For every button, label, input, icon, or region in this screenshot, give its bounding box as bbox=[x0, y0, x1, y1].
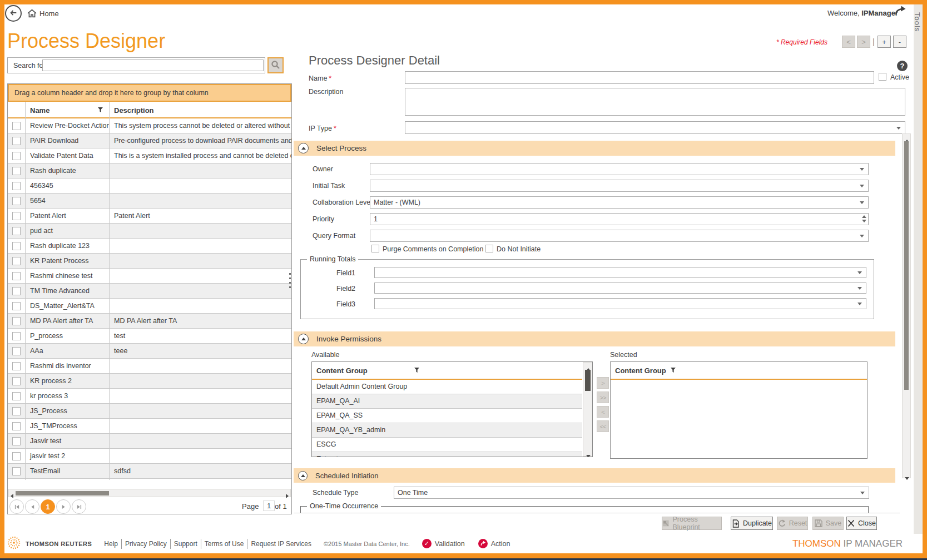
checkbox[interactable] bbox=[12, 362, 21, 370]
checkbox[interactable] bbox=[12, 212, 21, 220]
checkbox[interactable] bbox=[12, 332, 21, 340]
do-not-initiate-checkbox[interactable] bbox=[485, 245, 493, 252]
row-checkbox[interactable] bbox=[8, 179, 26, 193]
table-row[interactable]: Rashmi chinese test bbox=[8, 269, 291, 284]
pager-current-page[interactable]: 1 bbox=[41, 499, 55, 514]
pager-first-button[interactable] bbox=[9, 499, 24, 514]
table-row[interactable]: MD PA Alert after TA MD PA Alert after T… bbox=[8, 314, 291, 329]
back-button[interactable] bbox=[5, 5, 22, 22]
footer-link-support[interactable]: Support bbox=[174, 540, 197, 548]
process-blueprint-button[interactable]: Process Blueprint bbox=[662, 517, 722, 530]
checkbox[interactable] bbox=[12, 152, 21, 160]
home-link[interactable]: Home bbox=[39, 9, 59, 18]
column-header-description[interactable]: Description bbox=[110, 102, 291, 118]
footer-link-request-ip-services[interactable]: Request IP Services bbox=[251, 540, 311, 548]
field1-dropdown[interactable] bbox=[374, 267, 866, 278]
row-checkbox[interactable] bbox=[8, 148, 26, 163]
row-checkbox[interactable] bbox=[8, 163, 26, 178]
table-row[interactable]: TestEmail sdfsd bbox=[8, 464, 291, 479]
table-row[interactable]: jasvir test 2 bbox=[8, 449, 291, 464]
row-checkbox[interactable] bbox=[8, 479, 26, 480]
validation-link[interactable]: Validation bbox=[435, 540, 465, 548]
section-invoke-permissions-header[interactable]: Invoke Permissions bbox=[294, 331, 895, 346]
collapse-icon[interactable] bbox=[298, 143, 309, 153]
row-checkbox[interactable] bbox=[8, 314, 26, 328]
table-row[interactable]: TM Time Advanced bbox=[8, 284, 291, 299]
duplicate-button[interactable]: Duplicate bbox=[731, 517, 773, 530]
table-row[interactable]: Jasvir test bbox=[8, 434, 291, 449]
row-checkbox[interactable] bbox=[8, 224, 26, 238]
scroll-down-icon[interactable] bbox=[586, 451, 591, 457]
query-format-dropdown[interactable] bbox=[370, 230, 869, 242]
list-item[interactable]: Default Admin Content Group bbox=[312, 380, 582, 394]
available-scrollbar[interactable] bbox=[583, 362, 593, 457]
checkbox[interactable] bbox=[12, 137, 21, 145]
priority-stepper[interactable]: 1 bbox=[370, 213, 869, 225]
checkbox[interactable] bbox=[12, 287, 21, 295]
pager-next-button[interactable] bbox=[56, 499, 71, 514]
available-scroll-thumb[interactable] bbox=[585, 370, 591, 391]
filter-funnel-icon[interactable] bbox=[414, 366, 420, 375]
help-icon[interactable]: ? bbox=[897, 61, 908, 71]
panel-splitter[interactable] bbox=[289, 270, 291, 291]
checkbox[interactable] bbox=[12, 272, 21, 280]
initial-task-dropdown[interactable] bbox=[370, 180, 869, 192]
table-row[interactable]: kr process 3 bbox=[8, 389, 291, 404]
action-link[interactable]: Action bbox=[491, 540, 510, 548]
table-row[interactable]: Validate Patent Data This is a system in… bbox=[8, 148, 291, 163]
record-next-button[interactable]: > bbox=[857, 36, 870, 48]
search-button[interactable] bbox=[267, 57, 284, 73]
checkbox[interactable] bbox=[12, 467, 21, 475]
filter-funnel-icon[interactable] bbox=[98, 106, 103, 115]
move-left-button[interactable]: < bbox=[597, 406, 609, 418]
table-row[interactable]: Review Pre-Docket Actions This system pr… bbox=[8, 118, 291, 133]
collaboration-level-dropdown[interactable]: Matter - (WML) bbox=[370, 196, 869, 209]
row-checkbox[interactable] bbox=[8, 269, 26, 283]
footer-link-help[interactable]: Help bbox=[104, 540, 118, 548]
checkbox[interactable] bbox=[12, 257, 21, 265]
table-row[interactable]: AAa teee bbox=[8, 344, 291, 359]
checkbox[interactable] bbox=[12, 182, 21, 190]
table-row[interactable]: Rashmi dis inventor bbox=[8, 359, 291, 374]
row-checkbox[interactable] bbox=[8, 299, 26, 313]
home-icon[interactable] bbox=[27, 8, 37, 20]
reset-button[interactable]: Reset bbox=[777, 517, 808, 530]
field2-dropdown[interactable] bbox=[374, 283, 866, 294]
field3-dropdown[interactable] bbox=[374, 298, 866, 309]
list-item[interactable]: ESCG bbox=[312, 438, 582, 452]
move-all-left-button[interactable]: << bbox=[597, 420, 609, 432]
purge-comments-checkbox[interactable] bbox=[371, 245, 379, 252]
row-checkbox[interactable] bbox=[8, 359, 26, 373]
row-checkbox[interactable] bbox=[8, 239, 26, 253]
table-row[interactable]: Patent Alert Patent Alert bbox=[8, 209, 291, 224]
row-checkbox[interactable] bbox=[8, 419, 26, 433]
row-checkbox[interactable] bbox=[8, 434, 26, 448]
tools-tab[interactable]: Tools bbox=[914, 4, 923, 553]
search-input[interactable] bbox=[42, 60, 264, 71]
table-row[interactable]: 456345 bbox=[8, 179, 291, 194]
list-item[interactable]: EPAM_QA_YB_admin bbox=[312, 423, 582, 438]
spinner-icons[interactable] bbox=[862, 215, 866, 222]
checkbox[interactable] bbox=[12, 452, 21, 460]
schedule-type-dropdown[interactable]: One Time bbox=[394, 487, 869, 499]
group-by-dropzone[interactable]: Drag a column header and drop it here to… bbox=[8, 84, 291, 102]
zoom-out-button[interactable]: - bbox=[893, 36, 906, 48]
checkbox[interactable] bbox=[12, 407, 21, 415]
scroll-down-icon[interactable] bbox=[905, 473, 909, 482]
checkbox[interactable] bbox=[12, 197, 21, 205]
logout-icon[interactable] bbox=[894, 5, 907, 20]
row-checkbox[interactable] bbox=[8, 464, 26, 478]
horizontal-scrollbar[interactable] bbox=[8, 489, 291, 497]
footer-link-privacy-policy[interactable]: Privacy Policy bbox=[125, 540, 167, 548]
checkbox[interactable] bbox=[12, 302, 21, 310]
checkbox[interactable] bbox=[12, 422, 21, 430]
owner-dropdown[interactable] bbox=[370, 163, 869, 175]
table-row[interactable]: JS_Process bbox=[8, 404, 291, 419]
row-checkbox[interactable] bbox=[8, 344, 26, 358]
pager-last-button[interactable] bbox=[72, 499, 86, 514]
column-header-name[interactable]: Name bbox=[26, 102, 110, 118]
table-row[interactable]: KR Patent Process bbox=[8, 254, 291, 269]
table-row[interactable]: Rash duplicate bbox=[8, 163, 291, 179]
description-field[interactable] bbox=[405, 88, 905, 116]
collapse-icon[interactable] bbox=[298, 334, 309, 344]
